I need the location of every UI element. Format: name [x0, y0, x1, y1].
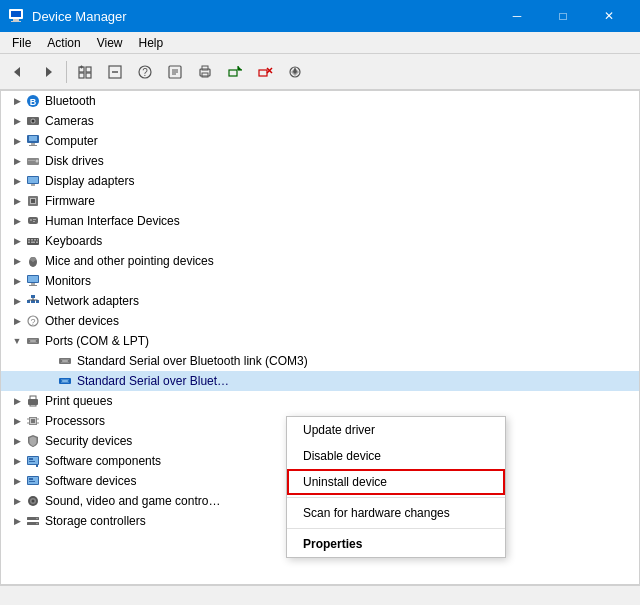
forward-button[interactable]: [34, 58, 62, 86]
tree-item-disk-drives[interactable]: ▶ Disk drives: [1, 151, 639, 171]
expand-security[interactable]: ▶: [9, 433, 25, 449]
tree-item-bluetooth[interactable]: ▶ B Bluetooth: [1, 91, 639, 111]
app-icon: [8, 8, 24, 24]
network-label: Network adapters: [45, 294, 139, 308]
bluetooth-label: Bluetooth: [45, 94, 96, 108]
expand-bluetooth[interactable]: ▶: [9, 93, 25, 109]
maximize-button[interactable]: □: [540, 0, 586, 32]
properties-button[interactable]: [161, 58, 189, 86]
svg-rect-70: [31, 295, 35, 298]
back-button[interactable]: [4, 58, 32, 86]
device-tree[interactable]: ▶ B Bluetooth ▶ Cameras ▶: [0, 90, 640, 585]
svg-point-65: [30, 257, 36, 261]
minimize-button[interactable]: ─: [494, 0, 540, 32]
print-button[interactable]: [191, 58, 219, 86]
expand-network[interactable]: ▶: [9, 293, 25, 309]
toolbar-sep-1: [66, 61, 67, 83]
monitors-label: Monitors: [45, 274, 91, 288]
menu-file[interactable]: File: [4, 34, 39, 52]
context-scan-changes[interactable]: Scan for hardware changes: [287, 500, 505, 526]
sound-icon: [25, 493, 41, 509]
expand-all-button[interactable]: [71, 58, 99, 86]
tree-item-firmware[interactable]: ▶ Firmware: [1, 191, 639, 211]
svg-rect-57: [31, 239, 33, 241]
tree-item-cameras[interactable]: ▶ Cameras: [1, 111, 639, 131]
tree-item-hid[interactable]: ▶ Human Interface Devices: [1, 211, 639, 231]
expand-storage[interactable]: ▶: [9, 513, 25, 529]
svg-rect-60: [28, 242, 30, 244]
expand-disk-drives[interactable]: ▶: [9, 153, 25, 169]
remove-button[interactable]: [251, 58, 279, 86]
tree-item-network[interactable]: ▶ Network adapters: [1, 291, 639, 311]
svg-rect-23: [229, 70, 237, 76]
collapse-all-button[interactable]: [101, 58, 129, 86]
expand-ports[interactable]: ▼: [9, 333, 25, 349]
ports-icon: [25, 333, 41, 349]
expand-software-dev[interactable]: ▶: [9, 473, 25, 489]
expand-hid[interactable]: ▶: [9, 213, 25, 229]
tree-item-other[interactable]: ▶ ? Other devices: [1, 311, 639, 331]
title-bar: Device Manager ─ □ ✕: [0, 0, 640, 32]
software-dev-icon: [25, 473, 41, 489]
context-properties[interactable]: Properties: [287, 531, 505, 557]
cameras-label: Cameras: [45, 114, 94, 128]
tree-item-monitors[interactable]: ▶ Monitors: [1, 271, 639, 291]
context-update-driver[interactable]: Update driver: [287, 417, 505, 443]
svg-rect-104: [36, 465, 38, 467]
expand-software-comp[interactable]: ▶: [9, 453, 25, 469]
scan-button[interactable]: [281, 58, 309, 86]
status-bar: [0, 585, 640, 605]
menu-action[interactable]: Action: [39, 34, 88, 52]
expand-processors[interactable]: ▶: [9, 413, 25, 429]
svg-text:?: ?: [30, 317, 35, 327]
context-sep-1: [287, 497, 505, 498]
expand-firmware[interactable]: ▶: [9, 193, 25, 209]
context-disable-device[interactable]: Disable device: [287, 443, 505, 469]
close-button[interactable]: ✕: [586, 0, 632, 32]
svg-point-81: [36, 340, 38, 342]
svg-rect-54: [33, 221, 35, 222]
context-sep-2: [287, 528, 505, 529]
tree-item-port-child-1[interactable]: ▶ Standard Serial over Bluetooth link (C…: [1, 351, 639, 371]
help-button[interactable]: ?: [131, 58, 159, 86]
tree-item-display-adapters[interactable]: ▶ Display adapters: [1, 171, 639, 191]
svg-rect-39: [29, 136, 37, 141]
disk-drives-label: Disk drives: [45, 154, 104, 168]
svg-point-88: [61, 380, 63, 382]
tree-item-port-child-2[interactable]: ▶ Standard Serial over Bluet…: [1, 371, 639, 391]
menu-view[interactable]: View: [89, 34, 131, 52]
svg-rect-9: [86, 67, 91, 72]
expand-monitors[interactable]: ▶: [9, 273, 25, 289]
expand-sound[interactable]: ▶: [9, 493, 25, 509]
update-driver-button[interactable]: [221, 58, 249, 86]
svg-rect-67: [28, 276, 38, 282]
svg-rect-1: [11, 11, 21, 17]
menu-bar: File Action View Help: [0, 32, 640, 54]
network-icon: [25, 293, 41, 309]
svg-point-115: [36, 523, 38, 525]
port-child-2-icon: [57, 373, 73, 389]
expand-display-adapters[interactable]: ▶: [9, 173, 25, 189]
software-comp-label: Software components: [45, 454, 161, 468]
tree-item-ports[interactable]: ▼ Ports (COM & LPT): [1, 331, 639, 351]
tree-item-print-queues[interactable]: ▶ Print queues: [1, 391, 639, 411]
tree-item-computer[interactable]: ▶ Computer: [1, 131, 639, 151]
mice-label: Mice and other pointing devices: [45, 254, 214, 268]
processors-label: Processors: [45, 414, 105, 428]
display-adapters-label: Display adapters: [45, 174, 134, 188]
expand-computer[interactable]: ▶: [9, 133, 25, 149]
tree-item-mice[interactable]: ▶ Mice and other pointing devices: [1, 251, 639, 271]
expand-other[interactable]: ▶: [9, 313, 25, 329]
expand-keyboards[interactable]: ▶: [9, 233, 25, 249]
expand-mice[interactable]: ▶: [9, 253, 25, 269]
tree-item-keyboards[interactable]: ▶ Keyboards: [1, 231, 639, 251]
svg-rect-56: [28, 239, 30, 241]
svg-point-43: [36, 160, 39, 163]
expand-print-queues[interactable]: ▶: [9, 393, 25, 409]
other-icon: ?: [25, 313, 41, 329]
context-uninstall-device[interactable]: Uninstall device: [287, 469, 505, 495]
menu-help[interactable]: Help: [131, 34, 172, 52]
svg-rect-53: [33, 219, 36, 220]
expand-cameras[interactable]: ▶: [9, 113, 25, 129]
svg-marker-5: [46, 67, 52, 77]
